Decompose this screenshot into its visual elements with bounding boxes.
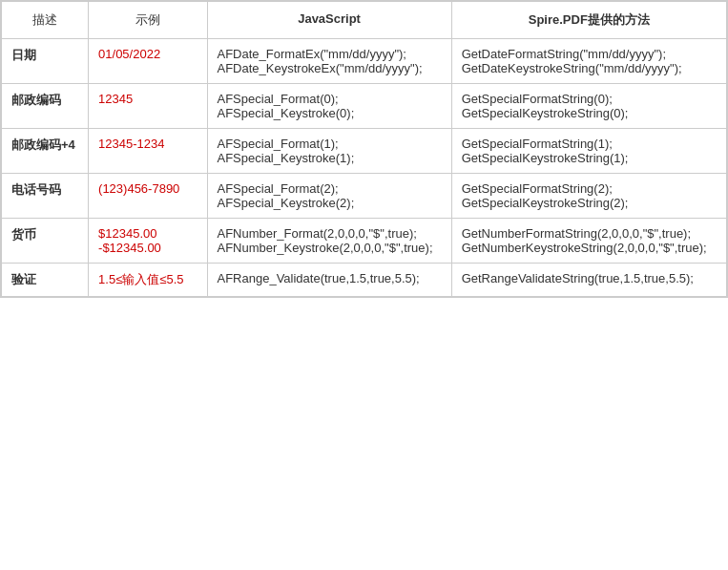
cell-example: $12345.00-$12345.00 — [89, 219, 207, 264]
cell-js: AFSpecial_Format(0);AFSpecial_Keystroke(… — [207, 84, 451, 129]
cell-spire: GetSpecialFormatString(0);GetSpecialKeys… — [451, 84, 726, 129]
header-js: JavaScript — [207, 2, 451, 39]
cell-spire: GetSpecialFormatString(1);GetSpecialKeys… — [451, 129, 726, 174]
cell-spire: GetSpecialFormatString(2);GetSpecialKeys… — [451, 174, 726, 219]
cell-desc: 验证 — [2, 264, 89, 297]
table-row: 邮政编码+412345-1234AFSpecial_Format(1);AFSp… — [2, 129, 727, 174]
header-desc: 描述 — [2, 2, 89, 39]
cell-desc: 邮政编码 — [2, 84, 89, 129]
cell-js: AFSpecial_Format(1);AFSpecial_Keystroke(… — [207, 129, 451, 174]
cell-js: AFDate_FormatEx("mm/dd/yyyy");AFDate_Key… — [207, 39, 451, 84]
cell-example: 12345-1234 — [89, 129, 207, 174]
header-example: 示例 — [89, 2, 207, 39]
header-spire: Spire.PDF提供的方法 — [451, 2, 726, 39]
cell-spire: GetDateFormatString("mm/dd/yyyy");GetDat… — [451, 39, 726, 84]
cell-example: 01/05/2022 — [89, 39, 207, 84]
cell-example: 1.5≤输入值≤5.5 — [89, 264, 207, 297]
cell-spire: GetNumberFormatString(2,0,0,0,"$",true);… — [451, 219, 726, 264]
table-row: 邮政编码12345AFSpecial_Format(0);AFSpecial_K… — [2, 84, 727, 129]
table-header-row: 描述 示例 JavaScript Spire.PDF提供的方法 — [2, 2, 727, 39]
api-reference-table: 描述 示例 JavaScript Spire.PDF提供的方法 日期01/05/… — [1, 1, 727, 297]
cell-desc: 邮政编码+4 — [2, 129, 89, 174]
cell-spire: GetRangeValidateString(true,1.5,true,5.5… — [451, 264, 726, 297]
cell-desc: 日期 — [2, 39, 89, 84]
cell-js: AFRange_Validate(true,1.5,true,5.5); — [207, 264, 451, 297]
cell-js: AFSpecial_Format(2);AFSpecial_Keystroke(… — [207, 174, 451, 219]
cell-js: AFNumber_Format(2,0,0,0,"$",true);AFNumb… — [207, 219, 451, 264]
cell-example: (123)456-7890 — [89, 174, 207, 219]
cell-example: 12345 — [89, 84, 207, 129]
main-table-container: 描述 示例 JavaScript Spire.PDF提供的方法 日期01/05/… — [0, 0, 728, 298]
table-row: 验证1.5≤输入值≤5.5AFRange_Validate(true,1.5,t… — [2, 264, 727, 297]
cell-desc: 货币 — [2, 219, 89, 264]
table-row: 货币$12345.00-$12345.00AFNumber_Format(2,0… — [2, 219, 727, 264]
table-row: 电话号码(123)456-7890AFSpecial_Format(2);AFS… — [2, 174, 727, 219]
table-row: 日期01/05/2022AFDate_FormatEx("mm/dd/yyyy"… — [2, 39, 727, 84]
cell-desc: 电话号码 — [2, 174, 89, 219]
